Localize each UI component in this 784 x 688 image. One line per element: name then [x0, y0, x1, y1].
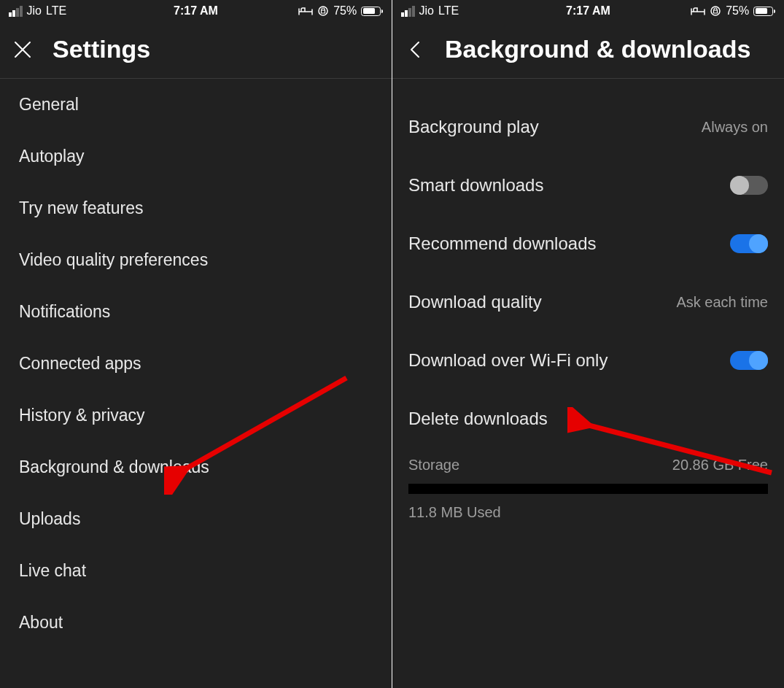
settings-item-autoplay[interactable]: Autoplay [0, 131, 392, 182]
settings-item-about[interactable]: About [0, 597, 392, 649]
storage-section: Storage 20.86 GB Free 11.8 MB Used [392, 448, 784, 521]
back-icon[interactable] [404, 39, 426, 61]
status-right: 75% [298, 4, 383, 18]
row-label: Download quality [408, 292, 542, 312]
row-label: Delete downloads [408, 409, 548, 429]
settings-screen: Jio LTE 7:17 AM 75% Settings General Aut… [0, 0, 392, 688]
settings-item-live-chat[interactable]: Live chat [0, 545, 392, 597]
status-bar: Jio LTE 7:17 AM 75% [0, 0, 392, 22]
battery-percent: 75% [333, 4, 357, 18]
settings-item-background-downloads[interactable]: Background & downloads [0, 441, 392, 493]
smart-downloads-toggle[interactable] [730, 176, 768, 195]
page-title: Background & downloads [445, 35, 750, 63]
signal-icon [401, 6, 415, 17]
storage-label: Storage [408, 457, 459, 474]
do-not-disturb-icon [298, 7, 313, 15]
battery-icon [753, 7, 775, 16]
row-label: Background play [408, 117, 539, 137]
row-value: Always on [702, 119, 768, 136]
downloads-header: Background & downloads [392, 22, 784, 79]
rotation-lock-icon [317, 5, 329, 17]
status-time: 7:17 AM [566, 4, 610, 18]
status-left: Jio LTE [9, 4, 66, 18]
row-label: Download over Wi-Fi only [408, 350, 608, 371]
signal-icon [9, 6, 23, 17]
storage-used: 11.8 MB Used [408, 504, 768, 521]
battery-percent: 75% [726, 4, 749, 18]
row-label: Smart downloads [408, 175, 543, 196]
page-title: Settings [53, 35, 150, 63]
status-left: Jio LTE [401, 4, 459, 18]
row-value: Ask each time [676, 294, 768, 311]
row-wifi-only: Download over Wi-Fi only [392, 331, 784, 390]
do-not-disturb-icon [691, 7, 705, 15]
storage-free: 20.86 GB Free [672, 457, 768, 474]
close-icon[interactable] [12, 39, 34, 61]
settings-item-general[interactable]: General [0, 79, 392, 131]
downloads-rows: Background play Always on Smart download… [392, 79, 784, 448]
status-time: 7:17 AM [174, 4, 218, 18]
row-label: Recommend downloads [408, 233, 596, 254]
settings-item-history-privacy[interactable]: History & privacy [0, 390, 392, 441]
row-background-play[interactable]: Background play Always on [392, 98, 784, 156]
settings-list: General Autoplay Try new features Video … [0, 79, 392, 649]
recommend-downloads-toggle[interactable] [730, 234, 768, 253]
storage-bar [408, 484, 768, 494]
settings-header: Settings [0, 22, 392, 79]
row-smart-downloads: Smart downloads [392, 156, 784, 214]
network-label: LTE [438, 4, 459, 18]
row-delete-downloads[interactable]: Delete downloads [392, 390, 784, 448]
wifi-only-toggle[interactable] [730, 351, 768, 370]
settings-item-video-quality[interactable]: Video quality preferences [0, 234, 392, 286]
status-right: 75% [691, 4, 775, 18]
row-download-quality[interactable]: Download quality Ask each time [392, 273, 784, 331]
carrier-label: Jio [419, 4, 434, 18]
status-bar: Jio LTE 7:17 AM 75% [392, 0, 784, 22]
battery-icon [361, 7, 383, 16]
settings-item-connected-apps[interactable]: Connected apps [0, 338, 392, 390]
settings-item-notifications[interactable]: Notifications [0, 286, 392, 338]
carrier-label: Jio [27, 4, 42, 18]
row-recommend-downloads: Recommend downloads [392, 214, 784, 273]
downloads-screen: Jio LTE 7:17 AM 75% Background & downloa… [392, 0, 784, 688]
network-label: LTE [46, 4, 66, 18]
settings-item-uploads[interactable]: Uploads [0, 493, 392, 545]
rotation-lock-icon [710, 5, 721, 17]
settings-item-try-new-features[interactable]: Try new features [0, 182, 392, 234]
